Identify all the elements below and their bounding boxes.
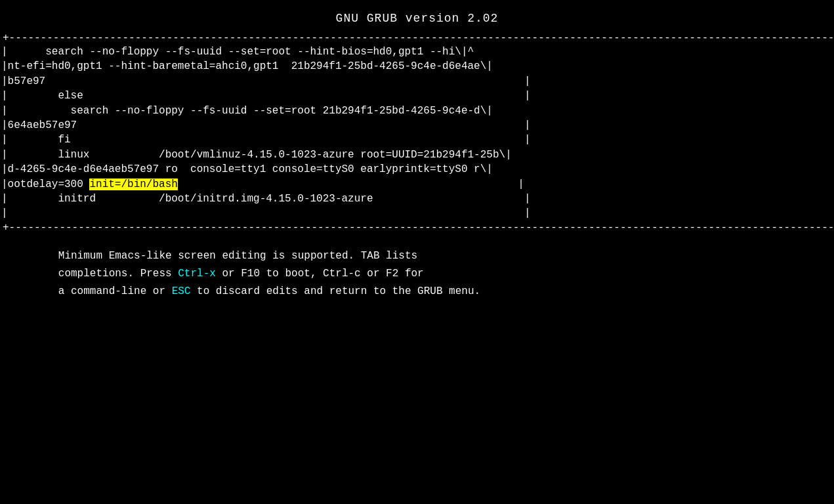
editor-line-4: | else |: [0, 89, 834, 103]
editor-line-5: | search --no-floppy --fs-uuid --set=roo…: [0, 104, 834, 118]
editor-line-9: |d-4265-9c4e-d6e4aeb57e97 ro console=tty…: [0, 162, 834, 177]
editor-line-11: | initrd /boot/initrd.img-4.15.0-1023-az…: [0, 192, 834, 206]
info-section: Minimum Emacs-like screen editing is sup…: [0, 234, 834, 301]
editor-line-2: |nt-efi=hd0,gpt1 --hint-baremetal=ahci0,…: [0, 59, 834, 74]
info-line-2: completions. Press Ctrl-x or F10 to boot…: [39, 265, 795, 283]
top-border: +---------------------------------------…: [3, 32, 831, 45]
editor-line-8: | linux /boot/vmlinuz-4.15.0-1023-azure …: [0, 148, 834, 162]
ctrl-x-label: Ctrl-x: [178, 268, 216, 280]
info-line-3: a command-line or ESC to discard edits a…: [39, 283, 795, 301]
bottom-border: +---------------------------------------…: [3, 221, 831, 234]
editor-line-12: | |: [0, 206, 834, 220]
editor-area[interactable]: | search --no-floppy --fs-uuid --set=roo…: [0, 45, 834, 221]
editor-line-6: |6e4aeb57e97 |: [0, 118, 834, 133]
title-text: GNU GRUB version 2.02: [336, 12, 499, 25]
esc-label: ESC: [172, 285, 191, 297]
editor-line-10: |ootdelay=300 init=/bin/bash |: [0, 177, 834, 192]
info-line-2b: or F10 to boot, Ctrl-c or F2 for: [216, 268, 424, 280]
info-line-3b: to discard edits and return to the GRUB …: [190, 285, 480, 297]
editor-line-7: | fi |: [0, 133, 834, 147]
info-line-1: Minimum Emacs-like screen editing is sup…: [39, 247, 795, 265]
editor-line-1: | search --no-floppy --fs-uuid --set=roo…: [0, 45, 834, 59]
grub-title: GNU GRUB version 2.02: [0, 0, 834, 32]
grub-screen: GNU GRUB version 2.02 +-----------------…: [0, 0, 834, 504]
editor-line-3: |b57e97 |: [0, 74, 834, 89]
cursor-block: init=/bin/bash: [89, 178, 177, 190]
